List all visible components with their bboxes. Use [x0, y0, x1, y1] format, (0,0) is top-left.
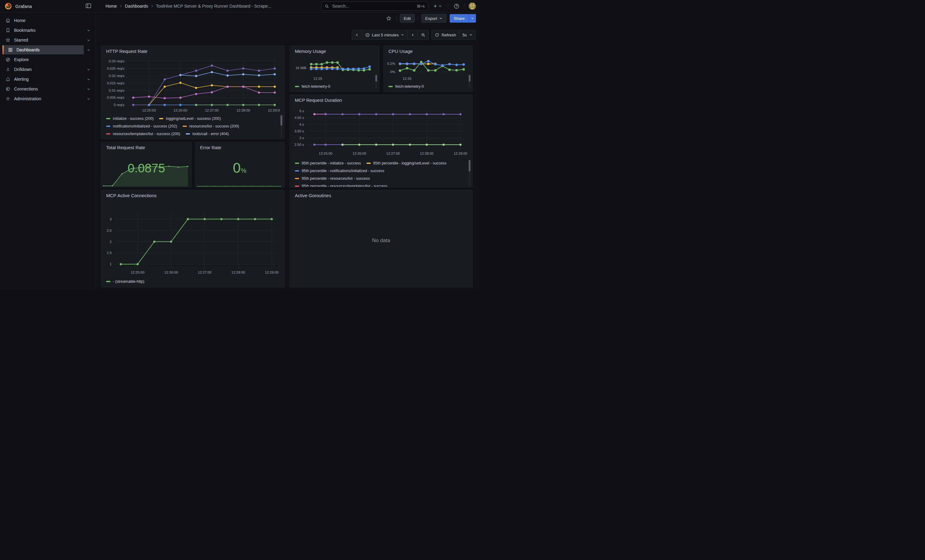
legend-item[interactable]: resources/list - success (200) — [182, 124, 239, 128]
sidebar-item-explore[interactable]: Explore — [3, 55, 93, 64]
svg-text:12:29:00: 12:29:00 — [453, 152, 467, 155]
panel-title[interactable]: MCP Active Connections — [101, 191, 284, 199]
add-menu-button[interactable] — [431, 2, 444, 11]
bookmark-icon — [6, 28, 11, 33]
stat-value: 0.0875 — [101, 161, 191, 175]
legend-item[interactable]: fetch-telemetry-0 — [389, 84, 424, 89]
no-data-message: No data — [290, 237, 472, 244]
chevron-down-icon[interactable] — [84, 48, 93, 52]
sidebar-toggle-icon[interactable] — [85, 3, 92, 9]
legend-scrollbar[interactable] — [375, 74, 377, 89]
home-icon — [6, 18, 11, 23]
search-input[interactable]: ⌘+k — [321, 2, 428, 11]
svg-text:12:25: 12:25 — [313, 77, 322, 80]
panel-title[interactable]: Total Request Rate — [101, 143, 191, 151]
legend-item[interactable]: - (streamable-http) — [106, 279, 145, 284]
help-button[interactable] — [452, 2, 461, 11]
legend-scrollbar[interactable] — [469, 160, 470, 186]
header-actions — [431, 0, 476, 12]
chevron-left-icon — [355, 33, 359, 37]
panel-error-rate: Error Rate 0% — [195, 142, 285, 188]
legend-item[interactable]: 95th percentile - initialize - success — [295, 161, 361, 165]
share-button[interactable]: Share — [450, 14, 469, 23]
share-menu-button[interactable] — [469, 14, 476, 23]
sidebar-item-connections[interactable]: Connections — [3, 84, 93, 93]
chevron-down-icon[interactable] — [84, 87, 93, 91]
legend-item[interactable]: fetch-telemetry-0 — [295, 84, 330, 89]
sidebar-item-bookmarks[interactable]: Bookmarks — [3, 26, 93, 35]
legend-label: - (streamable-http) — [113, 279, 145, 284]
sidebar-item-label: Home — [14, 18, 26, 23]
legend-item[interactable]: 95th percentile - notifications/initiali… — [295, 169, 384, 173]
sidebar-item-alerting[interactable]: Alerting — [3, 75, 93, 84]
legend-item[interactable]: 95th percentile - resources/list - succe… — [295, 176, 370, 181]
svg-text:1.5: 1.5 — [107, 251, 111, 255]
legend-swatch — [366, 163, 371, 164]
breadcrumb-home[interactable]: Home — [105, 4, 117, 9]
chevron-down-icon[interactable] — [84, 97, 93, 101]
chevron-right-icon — [119, 4, 123, 8]
svg-text:0.03 req/s: 0.03 req/s — [109, 59, 125, 63]
favorite-star-icon[interactable] — [384, 14, 393, 23]
breadcrumb-dashboards[interactable]: Dashboards — [125, 4, 148, 9]
edit-button[interactable]: Edit — [400, 14, 415, 23]
sidebar-item-label: Bookmarks — [14, 28, 36, 33]
refresh-interval-label: 5s — [462, 33, 467, 37]
panel-title[interactable]: HTTP Request Rate — [101, 46, 284, 54]
chevron-down-icon[interactable] — [84, 77, 93, 81]
sidebar-item-administration[interactable]: Administration — [3, 94, 93, 103]
panel-title[interactable]: Error Rate — [195, 143, 284, 151]
legend-item[interactable]: 95th percentile - logging/setLevel - suc… — [366, 161, 447, 165]
sidebar-item-drilldown[interactable]: Drilldown — [3, 65, 93, 74]
sidebar-item-home[interactable]: Home — [3, 16, 93, 25]
panel-memory-usage: Memory Usage 12:2516 MiB fetch-telemetry… — [290, 46, 379, 92]
panel-title[interactable]: CPU Usage — [384, 46, 472, 54]
legend-item[interactable]: 95th percentile - resources/templates/li… — [295, 184, 387, 187]
export-button[interactable]: Export — [421, 14, 447, 23]
top-header: Grafana Home Dashboards ToolHive MCP Ser… — [0, 0, 480, 12]
svg-text:12:26:00: 12:26:00 — [353, 152, 366, 155]
svg-text:2: 2 — [110, 240, 111, 244]
time-range-picker[interactable]: Last 5 minutes — [362, 30, 408, 40]
cpu-legend: fetch-telemetry-0 — [389, 83, 464, 90]
time-shift-back-button[interactable] — [352, 30, 362, 40]
chevron-down-icon[interactable] — [84, 38, 93, 42]
legend-item[interactable]: tools/call - error (404) — [186, 132, 229, 136]
legend-scrollbar[interactable] — [469, 74, 470, 89]
zoom-out-button[interactable] — [417, 30, 429, 40]
legend-swatch — [186, 133, 190, 135]
refresh-button[interactable]: Refresh — [431, 30, 459, 40]
sidebar-item-label: Dashboards — [17, 47, 40, 52]
panel-http-request-rate: HTTP Request Rate 12:25:0012:26:0012:27:… — [101, 46, 285, 139]
legend-item[interactable]: logging/setLevel - success (200) — [159, 116, 220, 121]
sidebar-item-dashboards[interactable]: Dashboards — [3, 45, 93, 54]
time-controls: Last 5 minutes Refresh 5s — [352, 30, 476, 40]
panel-title[interactable]: Active Goroutines — [290, 191, 472, 199]
panel-title[interactable]: MCP Request Duration — [290, 95, 472, 103]
grafana-logo-icon[interactable] — [4, 2, 12, 10]
chevron-down-icon[interactable] — [84, 68, 93, 72]
mcp-request-duration-chart: 12:25:0012:26:0012:27:0012:28:0012:29:00… — [291, 104, 468, 158]
panel-mcp-active-connections: MCP Active Connections 12:25:0012:26:001… — [101, 190, 285, 287]
sidebar-item-starred[interactable]: Starred — [3, 36, 93, 45]
legend-row: notifications/initialized - success (202… — [106, 122, 276, 130]
legend-item[interactable]: resources/templates/list - success (200) — [106, 132, 180, 136]
legend-scrollbar[interactable] — [280, 115, 282, 137]
legend-label: initialize - success (200) — [113, 116, 154, 121]
http-legend: initialize - success (200)logging/setLev… — [106, 115, 276, 138]
legend-item[interactable]: initialize - success (200) — [106, 116, 154, 121]
refresh-label: Refresh — [441, 33, 456, 37]
legend-row: fetch-telemetry-0 — [295, 83, 371, 90]
legend-item[interactable]: notifications/initialized - success (202… — [106, 124, 177, 128]
panel-title[interactable]: Memory Usage — [290, 46, 379, 54]
svg-text:12:26:00: 12:26:00 — [164, 270, 178, 274]
refresh-interval-picker[interactable]: 5s — [459, 30, 476, 40]
search-field[interactable] — [331, 3, 417, 9]
sidebar-item-label: Starred — [14, 38, 28, 42]
svg-text:1: 1 — [110, 262, 111, 266]
legend-label: fetch-telemetry-0 — [395, 84, 424, 89]
chevron-down-icon[interactable] — [84, 29, 93, 32]
legend-label: 95th percentile - resources/templates/li… — [301, 184, 387, 187]
time-shift-forward-button[interactable] — [407, 30, 418, 40]
user-avatar[interactable] — [469, 3, 476, 10]
